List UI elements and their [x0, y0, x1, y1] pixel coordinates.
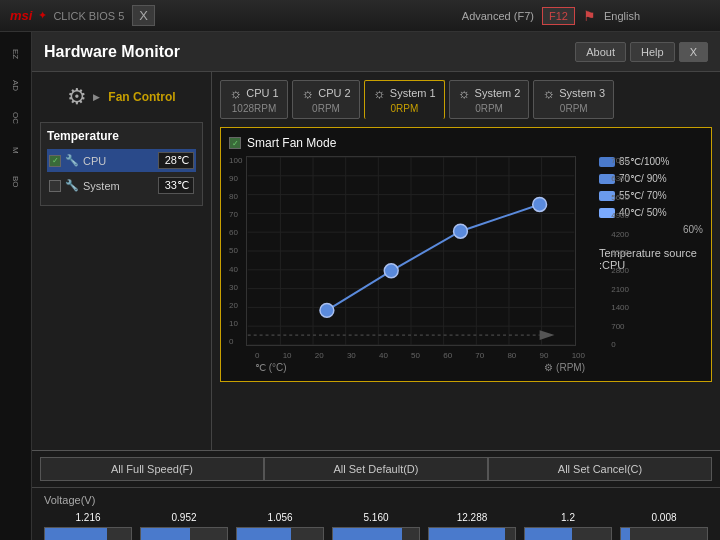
- voltage-cpu-sa-value: 1.056: [267, 512, 292, 523]
- chart-point-3[interactable]: [454, 224, 468, 238]
- voltage-12-value: 1.2: [561, 512, 575, 523]
- help-button[interactable]: Help: [630, 42, 675, 62]
- fan-tab-sys1[interactable]: ☼ System 1 0RPM: [364, 80, 445, 119]
- y-axis-label: ⚙ (RPM): [544, 362, 585, 373]
- msi-logo: msi: [10, 8, 32, 23]
- sidebar-item-m[interactable]: M: [2, 136, 30, 164]
- about-button[interactable]: About: [575, 42, 626, 62]
- x-80: 80: [507, 351, 516, 360]
- x-50: 50: [411, 351, 420, 360]
- voltage-internal-gpu: 0.008 Internal GPU: [620, 512, 708, 540]
- svg-marker-21: [540, 330, 555, 340]
- right-panel: ☼ CPU 1 1028RPM ☼ CPU 2 0RPM ☼ System 1: [212, 72, 720, 450]
- voltage-sys5v-bar: [332, 527, 420, 540]
- click-icon: ✦: [38, 9, 47, 22]
- chart-point-2[interactable]: [385, 264, 399, 278]
- bottom-buttons: All Full Speed(F) All Set Default(D) All…: [32, 450, 720, 487]
- main-content: Hardware Monitor About Help X ⚙ ▶ Fan Co…: [32, 32, 720, 540]
- language-label: English: [604, 10, 640, 22]
- y-label-90: 90: [229, 174, 242, 183]
- voltage-cpu-io-fill: [141, 528, 190, 540]
- x-axis: 0 10 20 30 40 50 60 70 80 90 100: [229, 349, 585, 360]
- hw-title: Hardware Monitor: [44, 43, 180, 61]
- fan-tab-cpu1[interactable]: ☼ CPU 1 1028RPM: [220, 80, 288, 119]
- temperature-title: Temperature: [47, 129, 196, 143]
- fan-symbol-sys1: ☼: [373, 85, 386, 101]
- y-label-20: 20: [229, 301, 242, 310]
- x-60: 60: [443, 351, 452, 360]
- fan-tab-sys2[interactable]: ☼ System 2 0RPM: [449, 80, 530, 119]
- cpu-temp-icon: 🔧: [65, 154, 79, 167]
- y-axis: 100 90 80 70 60 50 40 30 20 10 0: [229, 156, 246, 346]
- system-temp-value: 33℃: [158, 177, 194, 194]
- voltage-cpu-core-bar: [44, 527, 132, 540]
- y-label-60: 60: [229, 228, 242, 237]
- chart-with-yaxis: 100 90 80 70 60 50 40 30 20 10 0: [229, 156, 585, 349]
- smart-fan-checkbox[interactable]: ✓: [229, 137, 241, 149]
- voltage-bars: 1.216 CPU Core 0.952 CPU I/O 1.056 CPU S…: [44, 512, 708, 540]
- cpu-checkbox[interactable]: ✓: [49, 155, 61, 167]
- voltage-12-fill: [525, 528, 572, 540]
- y-label-30: 30: [229, 283, 242, 292]
- sidebar-item-bo[interactable]: BO: [2, 168, 30, 196]
- fan-tab-sys3[interactable]: ☼ System 3 0RPM: [533, 80, 614, 119]
- all-set-default-button[interactable]: All Set Default(D): [264, 457, 488, 481]
- rpm-5600: 5600: [611, 193, 629, 202]
- voltage-cpu-core-fill: [45, 528, 107, 540]
- rpm-700: 700: [611, 322, 629, 331]
- top-close-button[interactable]: X: [132, 5, 155, 26]
- fan-symbol-sys2: ☼: [458, 85, 471, 101]
- chart-svg: [246, 156, 576, 346]
- rpm-6300: 6300: [611, 174, 629, 183]
- fan-symbol-sys3: ☼: [542, 85, 555, 101]
- chart-point-4[interactable]: [533, 198, 547, 212]
- all-set-cancel-button[interactable]: All Set Cancel(C): [488, 457, 712, 481]
- fan-control-label: Fan Control: [108, 90, 175, 104]
- sidebar-label-ad: AD: [11, 80, 20, 91]
- chart-container: ✓ Smart Fan Mode 100 90 80 70 60: [220, 127, 712, 382]
- fan-tab-cpu2[interactable]: ☼ CPU 2 0RPM: [292, 80, 360, 119]
- fan-symbol-cpu2: ☼: [301, 85, 314, 101]
- left-sidebar: EZ AD OC M BO: [0, 32, 32, 540]
- cpu-temp-name: CPU: [83, 155, 154, 167]
- fan-symbol-cpu1: ☼: [229, 85, 242, 101]
- sidebar-item-ad[interactable]: AD: [2, 72, 30, 100]
- hw-close-button[interactable]: X: [679, 42, 708, 62]
- rpm-7000: 7000: [611, 156, 629, 165]
- temp-row-system[interactable]: 🔧 System 33℃: [47, 174, 196, 197]
- voltage-cpu-core-value: 1.216: [75, 512, 100, 523]
- fan-tab-sys2-name: System 2: [475, 87, 521, 99]
- system-checkbox[interactable]: [49, 180, 61, 192]
- top-bar: msi ✦ CLICK BIOS 5 Advanced (F7) F12 ⚑ E…: [0, 0, 720, 32]
- fan-control-icon: ⚙: [67, 84, 87, 110]
- svg-container: 7000 6300 5600 4900 4200 3500 2800 2100 …: [246, 156, 585, 349]
- all-full-speed-button[interactable]: All Full Speed(F): [40, 457, 264, 481]
- axis-labels: ℃ (°C) ⚙ (RPM): [229, 360, 585, 373]
- sidebar-item-ez[interactable]: EZ: [2, 40, 30, 68]
- voltage-cpu-sa: 1.056 CPU SA: [236, 512, 324, 540]
- voltage-cpu-sa-bar: [236, 527, 324, 540]
- x-20: 20: [315, 351, 324, 360]
- x-0: 0: [255, 351, 259, 360]
- voltage-cpu-io-value: 0.952: [171, 512, 196, 523]
- fan-tab-sys1-name: System 1: [390, 87, 436, 99]
- voltage-12-bar: [524, 527, 612, 540]
- temp-row-cpu[interactable]: ✓ 🔧 CPU 28℃: [47, 149, 196, 172]
- f12-button[interactable]: F12: [542, 7, 575, 25]
- sidebar-item-oc[interactable]: OC: [2, 104, 30, 132]
- y-label-50: 50: [229, 246, 242, 255]
- voltage-cpu-core: 1.216 CPU Core: [44, 512, 132, 540]
- sidebar-label-oc: OC: [11, 112, 20, 124]
- voltage-sys12v: 12.288 System/12V: [428, 512, 516, 540]
- chart-point-1[interactable]: [320, 303, 334, 317]
- bios-title: CLICK BIOS 5: [53, 10, 124, 22]
- x-90: 90: [540, 351, 549, 360]
- fan-control-header: ⚙ ▶ Fan Control: [40, 80, 203, 114]
- voltage-sys5v: 5.160 System/5V: [332, 512, 420, 540]
- sidebar-label-bo: BO: [11, 176, 20, 188]
- voltage-title: Voltage(V): [44, 494, 708, 506]
- logo-area: msi ✦ CLICK BIOS 5: [10, 8, 124, 23]
- body-area: ⚙ ▶ Fan Control Temperature ✓ 🔧 CPU 28℃ …: [32, 72, 720, 450]
- fan-tab-cpu1-name: CPU 1: [246, 87, 278, 99]
- smart-fan-label: Smart Fan Mode: [247, 136, 336, 150]
